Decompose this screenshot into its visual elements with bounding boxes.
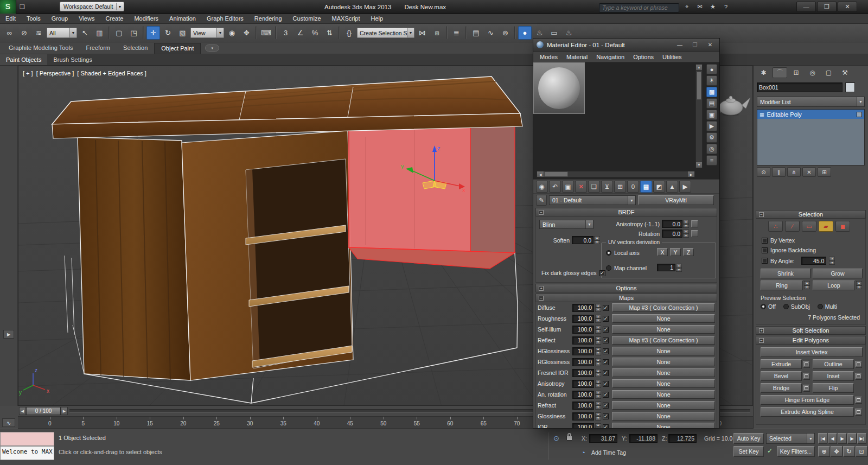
- select-by-name-icon[interactable]: ▥: [93, 26, 106, 40]
- anisotropy-map-button[interactable]: [691, 220, 698, 227]
- add-time-tag[interactable]: Add Time Tag: [591, 449, 626, 456]
- me-menu-item[interactable]: Modes: [535, 54, 562, 60]
- map-channel-spinner[interactable]: ▲▼: [676, 264, 682, 272]
- use-pivot-center-icon[interactable]: ◉: [225, 26, 239, 40]
- anisotropy-spinner[interactable]: ▲▼: [683, 220, 689, 228]
- modify-tab-icon[interactable]: ⌒: [773, 67, 787, 78]
- spinner-snap-icon[interactable]: ⇅: [323, 26, 336, 40]
- brdf-rollout-header[interactable]: − BRDF: [535, 208, 717, 216]
- map-slot-button[interactable]: None: [612, 314, 715, 323]
- go-to-end-button[interactable]: ▶|: [857, 433, 866, 444]
- options-rollout-header[interactable]: + Options: [535, 284, 717, 292]
- map-enable-checkbox[interactable]: [603, 381, 609, 387]
- by-angle-checkbox[interactable]: [762, 258, 768, 264]
- utilities-tab-icon[interactable]: ⚒: [838, 67, 852, 78]
- map-amount-field[interactable]: 100.0: [572, 326, 594, 334]
- make-unique-icon[interactable]: ⊻: [601, 181, 613, 193]
- play-button[interactable]: ▶: [838, 433, 847, 444]
- display-tab-icon[interactable]: ▢: [821, 67, 836, 78]
- configure-modifier-sets-button[interactable]: ⊞: [818, 167, 831, 177]
- material-options-icon[interactable]: ⚙: [706, 132, 717, 143]
- map-enable-checkbox[interactable]: [603, 337, 609, 343]
- viewport-general-menu[interactable]: [ + ]: [23, 70, 33, 77]
- map-amount-field[interactable]: 100.0: [572, 336, 594, 345]
- menu-item[interactable]: Tools: [21, 14, 46, 23]
- map-slot-button[interactable]: None: [612, 379, 715, 388]
- bevel-settings-button[interactable]: [803, 373, 810, 380]
- pin-stack-button[interactable]: ⊙: [757, 167, 770, 177]
- orbit-button[interactable]: ↻: [843, 446, 855, 457]
- ribbon-tab[interactable]: Selection: [117, 43, 154, 54]
- map-enable-checkbox[interactable]: [603, 403, 609, 409]
- assign-material-to-selection-icon[interactable]: ▣: [562, 181, 574, 193]
- loop-spinner[interactable]: ▲▼: [856, 281, 862, 289]
- put-to-library-icon[interactable]: ⊞: [614, 181, 626, 193]
- material-name-dropdown[interactable]: 01 - Default ▼: [549, 195, 636, 205]
- me-maximize-button[interactable]: ❐: [689, 40, 701, 50]
- desk-object[interactable]: [52, 77, 522, 403]
- selection-region-icon[interactable]: ▢: [112, 26, 126, 40]
- axis-x-button[interactable]: X: [657, 248, 668, 256]
- modifier-stack[interactable]: ▦ Editable Poly: [757, 109, 865, 165]
- viewport-pov-menu[interactable]: [ Perspective ]: [36, 70, 74, 77]
- ribbon-tab[interactable]: Object Paint: [154, 43, 201, 54]
- border-subobject-icon[interactable]: ▭: [802, 221, 816, 232]
- map-amount-field[interactable]: 100.0: [572, 304, 594, 312]
- put-material-to-scene-icon[interactable]: ↶: [549, 181, 561, 193]
- toolbar-separator[interactable]: [446, 26, 448, 39]
- loop-button[interactable]: Loop: [813, 281, 855, 290]
- map-channel-field[interactable]: 1: [657, 264, 675, 271]
- edge-subobject-icon[interactable]: ∕: [785, 221, 800, 232]
- material-id-channel-icon[interactable]: 0: [627, 181, 639, 193]
- ribbon-subtab[interactable]: Paint Objects: [0, 54, 47, 65]
- inset-settings-button[interactable]: [855, 373, 862, 380]
- set-key-check-icon[interactable]: ✓: [767, 447, 773, 455]
- menu-item[interactable]: Animation: [164, 14, 201, 23]
- isolate-selection-toggle-icon[interactable]: ⊙: [553, 434, 559, 442]
- menu-item[interactable]: Rendering: [249, 14, 288, 23]
- scale-icon[interactable]: ▧: [176, 26, 189, 40]
- sample-type-icon[interactable]: ●: [706, 64, 717, 74]
- map-enable-checkbox[interactable]: [603, 305, 609, 311]
- show-material-in-viewport-icon[interactable]: ▦: [640, 181, 652, 193]
- map-slot-button[interactable]: None: [612, 368, 715, 377]
- make-unique-button[interactable]: ⋔: [787, 167, 801, 177]
- inset-button[interactable]: Inset: [813, 371, 854, 381]
- rotation-spinner[interactable]: ▲▼: [683, 230, 689, 238]
- scroll-left-icon[interactable]: ◀: [537, 171, 544, 177]
- map-slot-button[interactable]: None: [612, 423, 715, 429]
- rotation-map-button[interactable]: [691, 230, 698, 237]
- pan-button[interactable]: ✥: [831, 446, 843, 457]
- fix-dark-glossy-edges-checkbox[interactable]: [599, 270, 605, 276]
- outline-button[interactable]: Outline: [813, 359, 854, 369]
- rotate-icon[interactable]: ↻: [161, 26, 175, 40]
- ignore-backfacing-checkbox[interactable]: [762, 247, 768, 253]
- map-slot-button[interactable]: None: [612, 358, 715, 366]
- map-slot-button[interactable]: Map #3 ( Color Correction ): [612, 303, 715, 312]
- menu-item[interactable]: Modifiers: [129, 14, 164, 23]
- make-material-copy-icon[interactable]: ❏: [588, 181, 600, 193]
- map-amount-field[interactable]: 100.0: [572, 423, 594, 429]
- extrude-along-spline-button[interactable]: Extrude Along Spline: [761, 407, 854, 417]
- me-menu-item[interactable]: Options: [629, 54, 658, 60]
- preview-off-radio[interactable]: [761, 304, 766, 309]
- map-enable-checkbox[interactable]: [603, 316, 609, 322]
- by-vertex-checkbox[interactable]: [762, 238, 768, 244]
- local-axis-radio[interactable]: [606, 250, 611, 256]
- soft-selection-rollout-header[interactable]: + Soft Selection: [756, 326, 866, 335]
- viewport-shading-menu[interactable]: [ Shaded + Edged Faces ]: [77, 70, 146, 77]
- close-button[interactable]: ✕: [838, 2, 857, 12]
- rotation-field[interactable]: 0.0: [662, 230, 682, 238]
- mirror-icon[interactable]: ⋈: [416, 26, 429, 40]
- material-map-navigator-icon[interactable]: ≡: [706, 155, 717, 165]
- map-enable-checkbox[interactable]: [603, 348, 609, 354]
- modifier-list-dropdown[interactable]: Modifier List ▼: [757, 97, 865, 107]
- toolbar-separator[interactable]: [256, 26, 257, 39]
- ring-spinner[interactable]: ▲▼: [804, 281, 810, 289]
- show-end-result-icon[interactable]: ◩: [653, 181, 665, 193]
- map-amount-spinner[interactable]: ▲▼: [595, 336, 601, 345]
- map-amount-spinner[interactable]: ▲▼: [595, 402, 601, 410]
- ribbon-tab[interactable]: Freeform: [79, 43, 117, 54]
- set-key-button[interactable]: Set Key: [733, 446, 764, 457]
- map-slot-button[interactable]: None: [612, 390, 715, 399]
